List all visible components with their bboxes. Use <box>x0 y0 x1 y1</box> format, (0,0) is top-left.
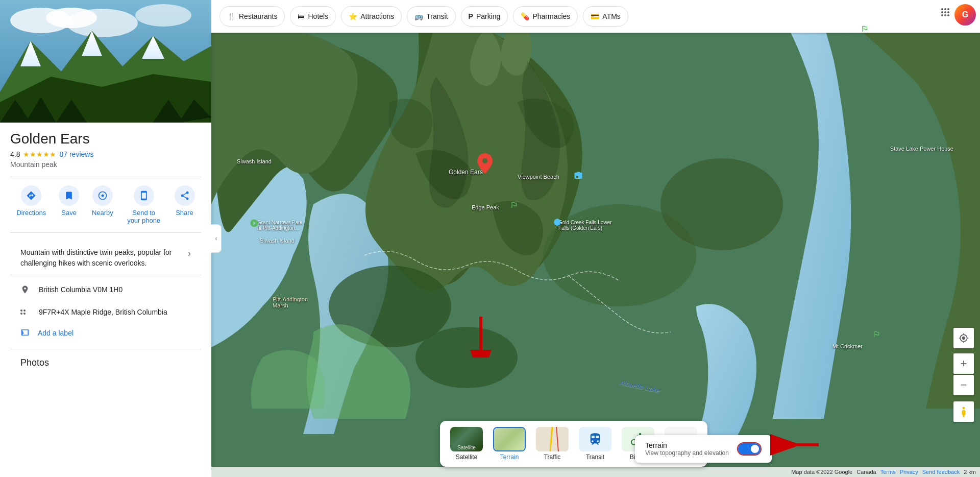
reviews-link[interactable]: 87 reviews <box>59 150 93 158</box>
transit-pill[interactable]: 🚌 Transit <box>407 6 455 27</box>
share-button[interactable]: Share <box>175 185 195 224</box>
photos-title: Photos <box>20 357 191 368</box>
terms-link[interactable]: Terms <box>880 469 896 475</box>
photos-section: Photos <box>10 349 201 376</box>
pharmacies-pill[interactable]: 💊 Pharmacies <box>513 6 578 27</box>
toggle-track <box>738 443 761 455</box>
parking-label: Parking <box>476 12 500 20</box>
svg-point-15 <box>101 195 104 197</box>
zoom-out-button[interactable]: − <box>953 375 974 395</box>
collapse-sidebar-button[interactable]: ‹ <box>211 224 222 253</box>
place-photo <box>0 0 211 123</box>
atms-label: ATMs <box>602 12 621 20</box>
google-apps-button[interactable] <box>939 6 951 20</box>
svg-point-18 <box>415 327 518 388</box>
location-pin-icon <box>20 285 31 297</box>
terrain-layer-label: Terrain <box>500 454 519 461</box>
send-to-phone-button[interactable]: Send to your phone <box>126 185 162 224</box>
atms-icon: 💳 <box>591 12 599 20</box>
share-icon <box>175 185 195 206</box>
directions-icon <box>21 185 41 206</box>
transit-icon: 🚌 <box>414 12 423 20</box>
hotels-pill[interactable]: 🛏 Hotels <box>290 6 336 27</box>
place-info: Golden Ears 4.8 ★★★★★ 87 reviews Mountai… <box>0 123 211 385</box>
description-text: Mountain with distinctive twin peaks, po… <box>20 247 184 269</box>
canada-text: Canada <box>856 469 876 475</box>
transit-layer-thumb <box>579 427 611 451</box>
terrain-toggle-panel: Terrain View topography and elevation <box>635 435 772 463</box>
satellite-layer-label: Satellite <box>456 454 478 461</box>
satellite-layer-thumb: Satellite <box>450 427 483 451</box>
my-location-button[interactable] <box>953 328 974 348</box>
street-view-pegman[interactable] <box>953 401 974 422</box>
address-row: British Columbia V0M 1H0 <box>10 279 201 302</box>
attractions-pill[interactable]: ⭐ Attractions <box>341 6 402 27</box>
transit-label: Transit <box>426 12 448 20</box>
toggle-thumb <box>751 445 759 453</box>
plus-code-row: 9F7R+4X Maple Ridge, British Columbia <box>10 302 201 323</box>
label-icon <box>20 328 30 340</box>
transit-layer-card[interactable]: Transit <box>575 425 616 463</box>
restaurants-icon: 🍴 <box>227 12 236 20</box>
map-footer: Map data ©2022 Google Canada Terms Priva… <box>211 467 980 477</box>
parking-pill[interactable]: P Parking <box>461 6 508 27</box>
chevron-right-icon: › <box>188 248 191 259</box>
traffic-layer-label: Traffic <box>544 454 561 461</box>
sidebar: Golden Ears 4.8 ★★★★★ 87 reviews Mountai… <box>0 0 211 477</box>
save-button[interactable]: Save <box>59 185 79 224</box>
restaurants-pill[interactable]: 🍴 Restaurants <box>219 6 285 27</box>
svg-point-21 <box>963 407 965 410</box>
map-background: Siwash Island Golden Ears Edge Peak View… <box>211 0 980 477</box>
terrain-panel-text: Terrain View topography and elevation <box>645 441 729 457</box>
hotels-icon: 🛏 <box>298 12 305 20</box>
description-row[interactable]: Mountain with distinctive twin peaks, po… <box>10 241 201 275</box>
info-rows: British Columbia V0M 1H0 9F7R+4X Maple R… <box>10 275 201 349</box>
action-buttons: Directions Save Nearby <box>10 177 201 233</box>
traffic-layer-thumb <box>536 427 569 451</box>
star-icons: ★★★★★ <box>23 150 56 158</box>
svg-point-3 <box>66 9 138 37</box>
zoom-in-button[interactable]: + <box>953 353 974 374</box>
nearby-icon <box>92 185 113 206</box>
terrain-toggle-switch[interactable] <box>737 442 762 456</box>
nearby-label: Nearby <box>92 209 113 217</box>
place-type: Mountain peak <box>10 160 201 169</box>
send-feedback-link[interactable]: Send feedback <box>922 469 960 475</box>
hotels-label: Hotels <box>308 12 328 20</box>
directions-button[interactable]: Directions <box>16 185 46 224</box>
plus-code-icon <box>20 307 31 315</box>
nearby-button[interactable]: Nearby <box>92 185 113 224</box>
map-controls: + − <box>953 328 974 395</box>
parking-icon: P <box>469 12 473 20</box>
svg-point-20 <box>660 158 783 250</box>
terrain-panel-title: Terrain <box>645 441 729 449</box>
atms-pill[interactable]: 💳 ATMs <box>583 6 628 27</box>
svg-point-4 <box>135 4 191 27</box>
add-label-text: Add a label <box>38 328 74 339</box>
plus-code-text: 9F7R+4X Maple Ridge, British Columbia <box>39 307 167 318</box>
privacy-link[interactable]: Privacy <box>900 469 918 475</box>
satellite-layer-card[interactable]: Satellite Satellite <box>446 425 487 463</box>
map-category-bar: 🍴 Restaurants 🛏 Hotels ⭐ Attractions 🚌 T… <box>211 0 980 33</box>
send-to-phone-icon <box>134 185 154 206</box>
pharmacies-label: Pharmacies <box>532 12 570 20</box>
attractions-label: Attractions <box>360 12 394 20</box>
scale-text: 2 km <box>964 469 976 475</box>
terrain-layer-thumb <box>493 427 526 451</box>
map-area: Siwash Island Golden Ears Edge Peak View… <box>211 0 980 477</box>
restaurants-label: Restaurants <box>239 12 277 20</box>
pharmacies-icon: 💊 <box>521 12 529 20</box>
rating-number: 4.8 <box>10 150 20 158</box>
directions-label: Directions <box>16 209 46 217</box>
traffic-layer-card[interactable]: Traffic <box>532 425 573 463</box>
rating-row: 4.8 ★★★★★ 87 reviews <box>10 150 201 158</box>
copyright-text: Map data ©2022 Google <box>791 469 852 475</box>
user-avatar[interactable]: G <box>954 4 976 26</box>
save-icon <box>59 185 79 206</box>
transit-layer-label: Transit <box>586 454 604 461</box>
send-to-phone-label: Send to your phone <box>126 209 162 224</box>
terrain-layer-card[interactable]: Terrain <box>489 425 530 463</box>
add-label-row[interactable]: Add a label <box>10 323 201 345</box>
terrain-panel-description: View topography and elevation <box>645 449 729 457</box>
attractions-icon: ⭐ <box>349 12 357 20</box>
